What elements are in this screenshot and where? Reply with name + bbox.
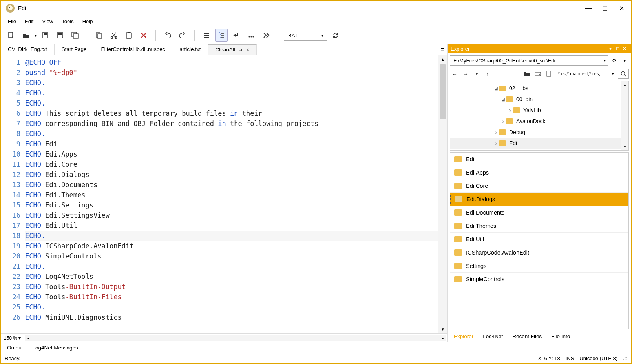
editor-tab[interactable]: article.txt: [172, 44, 208, 55]
code-content[interactable]: @ECHO OFFpushd "%~dp0"ECHO.ECHO.ECHO.ECH…: [25, 55, 438, 333]
copy-icon[interactable]: [93, 29, 105, 42]
side-tab[interactable]: File Info: [547, 332, 574, 341]
chevron-down-icon[interactable]: ◢: [493, 86, 499, 91]
scroll-left-icon[interactable]: ◂: [25, 335, 31, 341]
nav-drive-icon[interactable]: [533, 69, 542, 78]
return-icon[interactable]: [230, 29, 243, 42]
menu-file[interactable]: File: [4, 17, 20, 26]
save-icon[interactable]: [39, 29, 51, 42]
list-item[interactable]: Edi: [450, 153, 628, 166]
tree-node[interactable]: ▷AvalonDock: [450, 116, 621, 127]
language-combo[interactable]: BAT: [284, 30, 327, 41]
horizontal-scrollbar[interactable]: ◂ ▸: [25, 335, 446, 341]
editor-tab[interactable]: FilterControlsLib.dll.nuspec: [94, 44, 173, 55]
folder-icon: [454, 209, 462, 216]
skip-icon[interactable]: [260, 29, 272, 42]
chevron-down-icon[interactable]: ◢: [500, 97, 506, 102]
tree-node[interactable]: ▷YalvLib: [450, 105, 621, 116]
list-item[interactable]: Edi.Dialogs: [450, 193, 628, 206]
tree-node[interactable]: ◢02_Libs: [450, 83, 621, 94]
tab-overflow-icon[interactable]: ≡: [438, 44, 447, 55]
scroll-right-icon[interactable]: ▸: [440, 335, 446, 341]
status-position: X: 6 Y: 18: [538, 355, 560, 361]
chevron-right-icon[interactable]: ▷: [500, 119, 506, 124]
open-dropdown-icon[interactable]: ▾: [35, 33, 37, 38]
vertical-scrollbar[interactable]: ▲ ▼: [438, 55, 447, 333]
tree-node[interactable]: ▷Edi: [450, 138, 621, 149]
tree-node[interactable]: ▷Debug: [450, 127, 621, 138]
tree-scroll-down-icon[interactable]: ▼: [621, 143, 628, 150]
up-icon[interactable]: ↑: [483, 69, 492, 78]
tree-node[interactable]: ◢00_bin: [450, 94, 621, 105]
status-encoding: Unicode (UTF-8): [579, 355, 617, 361]
delete-icon[interactable]: [137, 29, 150, 42]
menu-view[interactable]: View: [38, 17, 57, 26]
close-icon[interactable]: ×: [246, 47, 249, 53]
minimize-button[interactable]: —: [580, 2, 597, 14]
undo-icon[interactable]: [161, 29, 174, 42]
list-item[interactable]: SimpleControls: [450, 273, 628, 286]
save-as-icon[interactable]: [54, 29, 66, 42]
ellipsis-icon[interactable]: [245, 29, 258, 42]
list-item[interactable]: Edi.Util: [450, 233, 628, 246]
panel-close-icon[interactable]: ✕: [621, 45, 628, 52]
editor-tab[interactable]: CV_Dirk_Eng.txt: [1, 44, 55, 55]
pin-icon[interactable]: ⊓: [614, 45, 621, 52]
open-folder-icon[interactable]: [20, 29, 32, 42]
tree-scroll-up-icon[interactable]: ▲: [621, 81, 628, 88]
status-ready: Ready.: [5, 355, 20, 361]
chevron-right-icon[interactable]: ▷: [493, 141, 499, 146]
chevron-right-icon[interactable]: ▷: [493, 130, 499, 135]
lines-icon[interactable]: [200, 29, 213, 42]
editor-tab[interactable]: CleanAll.bat×: [208, 44, 257, 55]
folder-icon: [506, 118, 513, 124]
menu-edit[interactable]: Edit: [21, 17, 37, 26]
list-item[interactable]: Edi.Core: [450, 179, 628, 193]
scroll-thumb[interactable]: [440, 64, 446, 119]
close-button[interactable]: ✕: [613, 2, 630, 14]
path-dropdown-icon[interactable]: ▾: [620, 56, 629, 65]
explorer-title: Explorer: [451, 46, 469, 52]
menu-tools[interactable]: Tools: [58, 17, 77, 26]
maximize-button[interactable]: ☐: [597, 2, 613, 14]
folder-tree[interactable]: ◢02_Libs◢00_bin▷YalvLib▷AvalonDock▷Debug…: [450, 81, 621, 150]
side-tab[interactable]: Log4Net: [479, 332, 507, 341]
menu-help[interactable]: Help: [79, 17, 97, 26]
forward-icon[interactable]: →: [461, 69, 470, 78]
nav-file-icon[interactable]: [544, 69, 553, 78]
cut-icon[interactable]: [108, 29, 120, 42]
language-combo-value: BAT: [288, 33, 298, 38]
chevron-right-icon[interactable]: ▷: [508, 108, 513, 113]
redo-icon[interactable]: [176, 29, 189, 42]
editor-tab[interactable]: Start Page: [55, 44, 94, 55]
zoom-level[interactable]: 150 % ▾: [1, 335, 24, 341]
side-tab[interactable]: Explorer: [450, 332, 477, 341]
panel-menu-icon[interactable]: ▾: [607, 45, 614, 52]
refresh-icon[interactable]: ⟳: [610, 56, 619, 65]
list-item[interactable]: Edi.Themes: [450, 219, 628, 233]
outline-icon[interactable]: [215, 29, 228, 42]
save-all-icon[interactable]: [69, 29, 81, 42]
resize-grip-icon[interactable]: .::: [623, 355, 627, 361]
filter-input[interactable]: *.cs;*.manifest;*.res;: [555, 69, 616, 78]
path-input[interactable]: F:\MyFiles\CSharp\00_GitHub\edi\00_src\E…: [450, 55, 608, 66]
back-icon[interactable]: ←: [450, 69, 459, 78]
paste-icon[interactable]: [122, 29, 135, 42]
history-dropdown-icon[interactable]: ▾: [472, 69, 481, 78]
bottom-tab[interactable]: Output: [3, 343, 27, 352]
tree-scrollbar[interactable]: ▲ ▼: [621, 81, 628, 150]
bottom-tab[interactable]: Log4Net Messages: [29, 343, 82, 352]
list-item[interactable]: Edi.Apps: [450, 166, 628, 179]
list-item[interactable]: ICSharpCode.AvalonEdit: [450, 246, 628, 259]
new-file-icon[interactable]: *: [5, 29, 17, 42]
list-item[interactable]: Settings: [450, 259, 628, 273]
scroll-up-icon[interactable]: ▲: [438, 55, 447, 64]
editor-area[interactable]: 1234567891011121314151617181920212223242…: [1, 55, 447, 333]
refresh-syntax-icon[interactable]: [329, 29, 342, 42]
folder-list[interactable]: EdiEdi.AppsEdi.CoreEdi.DialogsEdi.Docume…: [450, 152, 629, 329]
search-button[interactable]: [618, 69, 629, 79]
scroll-down-icon[interactable]: ▼: [438, 325, 447, 333]
nav-folder-icon[interactable]: [522, 69, 532, 78]
side-tab[interactable]: Recent Files: [508, 332, 546, 341]
list-item[interactable]: Edi.Documents: [450, 206, 628, 219]
